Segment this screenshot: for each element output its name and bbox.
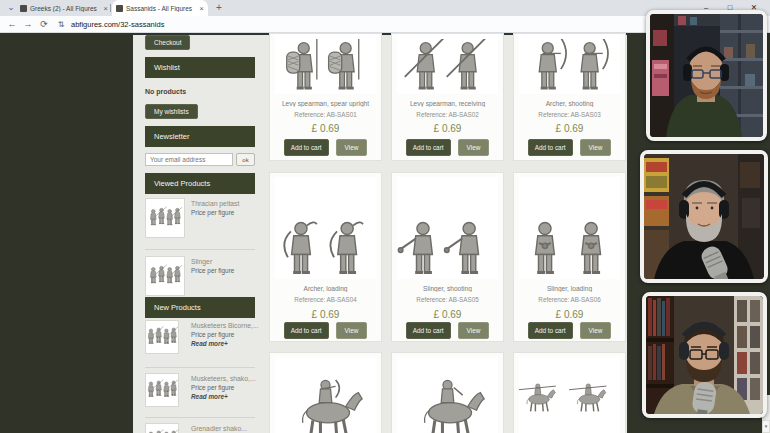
webcam-scene-gray-bearded-man [644, 154, 764, 279]
price-note: Price per figure [191, 209, 234, 216]
divider [145, 249, 255, 250]
checkout-button[interactable]: Checkout [145, 35, 190, 50]
product-card [513, 352, 626, 433]
back-icon[interactable]: ← [4, 19, 20, 29]
product-price: £ 0.69 [514, 123, 625, 134]
product-image[interactable] [397, 34, 498, 94]
new-product-item[interactable]: Musketeers, shako,... Price per figure R… [145, 373, 255, 409]
product-image[interactable] [275, 357, 376, 433]
add-to-cart-button[interactable]: Add to cart [528, 322, 573, 339]
my-wishlists-button[interactable]: My wishlists [145, 104, 198, 119]
product-card [269, 352, 382, 433]
view-button[interactable]: View [458, 139, 490, 156]
site-info-icon[interactable]: ⇅ [54, 20, 68, 29]
wishlist-header: Wishlist [145, 57, 255, 78]
product-reference: Reference: AB-SAS05 [394, 296, 501, 303]
product-price: £ 0.69 [392, 309, 503, 320]
product-title[interactable]: Levy spearman, receiving [394, 100, 501, 107]
add-to-cart-button[interactable]: Add to cart [284, 139, 329, 156]
product-price: £ 0.69 [392, 123, 503, 134]
shop-sidebar: Checkout Wishlist No products My wishlis… [133, 33, 265, 433]
new-tab-button[interactable]: + [213, 2, 225, 14]
browser-tab-greeks[interactable]: Greeks (2) - All Figures × [16, 0, 112, 16]
product-title[interactable]: Levy spearman, spear upright [272, 100, 379, 107]
product-title[interactable]: Archer, loading [272, 285, 379, 292]
view-button[interactable]: View [336, 139, 368, 156]
stream-overlay-left-panel [0, 33, 133, 433]
product-image[interactable] [519, 34, 620, 94]
forward-icon[interactable]: → [20, 19, 36, 29]
product-title[interactable]: Slinger, shooting [394, 285, 501, 292]
new-products-header: New Products [145, 297, 255, 318]
product-thumbnail[interactable] [145, 320, 179, 354]
site-favicon-icon [20, 5, 27, 12]
product-reference: Reference: AB-SAS03 [516, 111, 623, 118]
read-more-link[interactable]: Read more+ [191, 393, 228, 400]
divider [145, 367, 255, 368]
product-name[interactable]: Slinger [191, 258, 212, 265]
product-reference: Reference: AB-SAS01 [272, 111, 379, 118]
tab-title: Sassanids - All Figures [126, 5, 196, 12]
new-product-item[interactable]: Grenadier shako... [145, 423, 255, 433]
product-name[interactable]: Thracian peltast [191, 200, 239, 207]
product-name[interactable]: Musketeers, shako,... [191, 375, 256, 382]
product-thumbnail[interactable] [145, 198, 185, 238]
product-price: £ 0.69 [514, 309, 625, 320]
add-to-cart-button[interactable]: Add to cart [528, 139, 573, 156]
price-note: Price per figure [191, 384, 234, 391]
read-more-link[interactable]: Read more+ [191, 340, 228, 347]
webcam-scene-bald-man [650, 14, 763, 137]
tab-divider [110, 4, 111, 12]
site-favicon-icon [116, 5, 123, 12]
new-product-item[interactable]: Musketeers Bicorne,... Price per figure … [145, 320, 255, 356]
product-name[interactable]: Grenadier shako... [191, 425, 247, 432]
view-button[interactable]: View [580, 322, 612, 339]
view-button[interactable]: View [336, 322, 368, 339]
product-image[interactable] [275, 34, 376, 94]
webcam-video-participant-3 [642, 292, 767, 418]
viewed-products-header: Viewed Products [145, 173, 255, 194]
product-image[interactable] [519, 177, 620, 279]
product-image[interactable] [397, 357, 498, 433]
viewed-product-item[interactable]: Slinger Price per figure [145, 256, 255, 298]
newsletter-email-input[interactable] [145, 153, 233, 166]
product-name[interactable]: Musketeers Bicorne,... [191, 322, 259, 329]
product-card: Archer, loading Reference: AB-SAS04 £ 0.… [269, 172, 382, 342]
product-thumbnail[interactable] [145, 256, 185, 296]
webcam-video-participant-1 [646, 10, 767, 141]
price-note: Price per figure [191, 267, 234, 274]
product-card: Levy spearman, receiving Reference: AB-S… [391, 33, 504, 161]
divider [145, 417, 255, 418]
newsletter-ok-button[interactable]: ok [236, 153, 255, 166]
view-button[interactable]: View [458, 322, 490, 339]
product-price: £ 0.69 [270, 309, 381, 320]
product-image[interactable] [275, 177, 376, 279]
newsletter-header: Newsletter [145, 126, 255, 147]
view-button[interactable]: View [580, 139, 612, 156]
add-to-cart-button[interactable]: Add to cart [406, 139, 451, 156]
webcam-video-participant-2 [640, 150, 768, 283]
product-card: Slinger, shooting Reference: AB-SAS05 £ … [391, 172, 504, 342]
product-card: Archer, shooting Reference: AB-SAS03 £ 0… [513, 33, 626, 161]
tab-close-icon[interactable]: × [199, 4, 204, 13]
scroll-down-icon[interactable]: ▾ [762, 420, 770, 433]
product-image[interactable] [397, 177, 498, 279]
product-thumbnail[interactable] [145, 373, 179, 407]
tab-close-icon[interactable]: × [103, 4, 108, 13]
add-to-cart-button[interactable]: Add to cart [284, 322, 329, 339]
price-note: Price per figure [191, 331, 234, 338]
viewed-product-item[interactable]: Thracian peltast Price per figure [145, 198, 255, 240]
product-card: Slinger, loading Reference: AB-SAS06 £ 0… [513, 172, 626, 342]
product-reference: Reference: AB-SAS04 [272, 296, 379, 303]
address-bar-url[interactable]: abfigures.com/32-sassanids [71, 20, 164, 29]
product-card [391, 352, 504, 433]
reload-icon[interactable]: ⟳ [36, 19, 52, 29]
product-price: £ 0.69 [270, 123, 381, 134]
product-title[interactable]: Archer, shooting [516, 100, 623, 107]
add-to-cart-button[interactable]: Add to cart [406, 322, 451, 339]
product-thumbnail[interactable] [145, 423, 179, 433]
product-title[interactable]: Slinger, loading [516, 285, 623, 292]
product-reference: Reference: AB-SAS02 [394, 111, 501, 118]
browser-tab-sassanids[interactable]: Sassanids - All Figures × [112, 0, 208, 16]
product-image[interactable] [519, 357, 620, 433]
